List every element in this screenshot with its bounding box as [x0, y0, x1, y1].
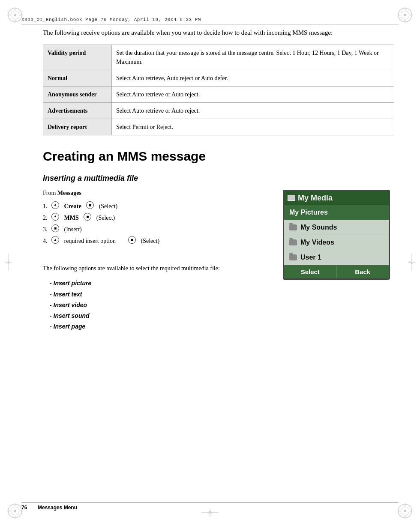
- bullet-item-1: Insert text: [50, 289, 274, 300]
- step-1: 1. ▲ Create ■ (Select): [43, 201, 274, 212]
- footer-page-number: 76: [21, 505, 34, 511]
- header-bar: X300_OI_English.book Page 76 Monday, Apr…: [21, 17, 399, 24]
- phone-menu-item-0[interactable]: My Pictures: [284, 205, 389, 220]
- select-button-4[interactable]: ■: [128, 236, 136, 244]
- two-column-layout: From Messages 1. ▲ Create ■ (Select) 2. …: [43, 190, 394, 332]
- table-row-4: Delivery reportSelect Permit or Reject.: [43, 119, 394, 135]
- folder-icon-1: [289, 224, 297, 230]
- info-table: Validity periodSet the duration that you…: [43, 45, 394, 135]
- step-2: 2. ▲ MMS ■ (Select): [43, 212, 274, 223]
- phone-bottom-bar: Select Back: [284, 265, 389, 278]
- table-row-0: Validity periodSet the duration that you…: [43, 45, 394, 70]
- phone-menu-label-2: My Videos: [300, 239, 334, 246]
- folder-icon-3: [289, 254, 297, 260]
- steps-list: 1. ▲ Create ■ (Select) 2. ▲ MMS ■ (Selec…: [43, 201, 274, 257]
- nav-button-2[interactable]: ▲: [51, 213, 59, 221]
- instructions-column: From Messages 1. ▲ Create ■ (Select) 2. …: [43, 190, 274, 332]
- table-row-1: NormalSelect Auto retrieve, Auto reject …: [43, 70, 394, 86]
- phone-title-bar: My Media: [284, 191, 389, 205]
- from-messages-text: From Messages: [43, 190, 274, 197]
- phone-menu-list: My PicturesMy SoundsMy VideosUser 1: [284, 205, 389, 265]
- section-heading: Creating an MMS message: [43, 149, 394, 164]
- insert-button[interactable]: ■: [51, 224, 59, 232]
- bullet-item-3: Insert sound: [50, 311, 274, 321]
- table-term-2: Anonymous sender: [43, 86, 112, 102]
- table-definition-1: Select Auto retrieve, Auto reject or Aut…: [112, 70, 394, 86]
- table-term-1: Normal: [43, 70, 112, 86]
- messages-label: Messages: [57, 190, 81, 196]
- phone-screenshot-column: My Media My PicturesMy SoundsMy VideosUs…: [283, 190, 394, 280]
- bullet-item-4: Insert page: [50, 321, 274, 332]
- header-text: X300_OI_English.book Page 76 Monday, Apr…: [21, 17, 201, 22]
- title-bar-icon: [288, 195, 295, 201]
- table-term-3: Advertisements: [43, 102, 112, 119]
- footer-title: Messages Menu: [38, 505, 399, 511]
- phone-screen: My Media My PicturesMy SoundsMy VideosUs…: [283, 190, 390, 280]
- phone-menu-item-2[interactable]: My Videos: [284, 235, 389, 250]
- select-softkey[interactable]: Select: [284, 265, 337, 278]
- svg-point-16: [14, 510, 16, 512]
- select-button-2[interactable]: ■: [84, 213, 91, 221]
- mid-left-crosshair: [4, 254, 12, 272]
- folder-icon-2: [289, 239, 297, 245]
- nav-button-1[interactable]: ▲: [51, 201, 59, 209]
- intro-paragraph: The following receive options are availa…: [43, 28, 394, 38]
- following-text: The following options are available to s…: [43, 264, 274, 273]
- bullet-list: Insert pictureInsert textInsert videoIns…: [50, 278, 274, 332]
- select-button-1[interactable]: ■: [86, 201, 94, 209]
- table-definition-4: Select Permit or Reject.: [112, 119, 394, 135]
- table-definition-0: Set the duration that your message is st…: [112, 45, 394, 70]
- table-row-2: Anonymous senderSelect Auto retrieve or …: [43, 86, 394, 102]
- phone-menu-label-1: My Sounds: [300, 224, 337, 231]
- table-row-3: AdvertisementsSelect Auto retrieve or Au…: [43, 102, 394, 119]
- footer-bar: 76 Messages Menu: [21, 502, 399, 511]
- step-4: 4. ▲ required insert option ■ (Select): [43, 236, 274, 257]
- svg-point-9: [404, 14, 406, 16]
- table-definition-3: Select Auto retrieve or Auto reject.: [112, 102, 394, 119]
- phone-menu-item-1[interactable]: My Sounds: [284, 220, 389, 235]
- table-term-0: Validity period: [43, 45, 112, 70]
- main-content: The following receive options are availa…: [43, 28, 394, 500]
- phone-title: My Media: [298, 194, 333, 203]
- mid-right-crosshair: [408, 254, 416, 272]
- svg-point-2: [14, 14, 16, 16]
- bullet-item-0: Insert picture: [50, 278, 274, 289]
- back-softkey[interactable]: Back: [337, 265, 389, 278]
- phone-menu-label-0: My Pictures: [289, 209, 328, 216]
- svg-point-23: [404, 510, 406, 512]
- table-term-4: Delivery report: [43, 119, 112, 135]
- phone-menu-item-3[interactable]: User 1: [284, 250, 389, 265]
- step-3: 3. ■ (Insert): [43, 224, 274, 235]
- bullet-item-2: Insert video: [50, 300, 274, 311]
- sub-heading: Inserting a multimedia file: [43, 174, 394, 183]
- table-definition-2: Select Auto retrieve or Auto reject.: [112, 86, 394, 102]
- nav-button-4[interactable]: ▲: [51, 236, 59, 244]
- phone-menu-label-3: User 1: [300, 254, 321, 261]
